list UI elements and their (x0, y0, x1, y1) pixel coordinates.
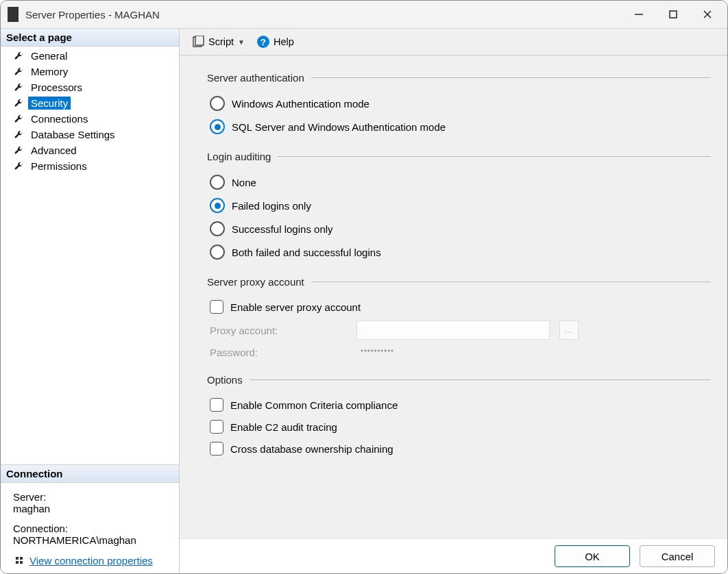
audit-option[interactable]: Successful logins only (207, 217, 711, 240)
audit-option[interactable]: Both failed and successful logins (207, 240, 711, 264)
section-login-auditing: Login auditing NoneFailed logins onlySuc… (207, 151, 711, 264)
wrench-icon (13, 66, 24, 77)
svg-rect-1 (670, 11, 677, 18)
maximize-button[interactable] (664, 5, 682, 23)
option-checkbox[interactable] (210, 398, 223, 412)
help-icon: ? (257, 36, 269, 48)
enable-proxy-label: Enable server proxy account (230, 301, 361, 313)
auth-option-label: SQL Server and Windows Authentication mo… (232, 121, 446, 133)
titlebar: Server Properties - MAGHAN (1, 1, 727, 29)
divider (311, 282, 711, 282)
audit-option-label: Both failed and successful logins (232, 247, 381, 258)
script-button[interactable]: Script ▼ (189, 34, 247, 49)
option-label: Enable Common Criteria compliance (230, 399, 398, 411)
sidebar-item-label: Security (28, 97, 71, 110)
main-panel: Script ▼ ? Help Server authentication Wi… (180, 29, 727, 573)
audit-option-label: None (232, 177, 256, 188)
audit-option[interactable]: None (207, 171, 711, 194)
connection-header: Connection (1, 464, 179, 483)
sidebar: Select a page GeneralMemoryProcessorsSec… (1, 29, 180, 573)
wrench-icon (13, 82, 24, 93)
wrench-icon (13, 129, 24, 140)
section-title: Server authentication (207, 72, 304, 84)
section-title: Options (207, 374, 243, 386)
audit-option-label: Successful logins only (232, 223, 333, 235)
sidebar-item-security[interactable]: Security (1, 95, 179, 111)
wrench-icon (13, 114, 24, 125)
wrench-icon (13, 51, 24, 62)
server-label: Server: (13, 491, 169, 503)
sidebar-item-memory[interactable]: Memory (1, 64, 179, 79)
audit-radio[interactable] (210, 175, 225, 190)
window-controls (630, 5, 720, 23)
script-icon (192, 36, 204, 48)
sidebar-list: GeneralMemoryProcessorsSecurityConnectio… (1, 47, 179, 464)
proxy-account-input (356, 321, 550, 340)
proxy-account-label: Proxy account: (210, 325, 347, 336)
wrench-icon (13, 161, 24, 172)
properties-icon (13, 554, 25, 566)
connection-label: Connection: (13, 523, 169, 534)
auth-radio[interactable] (210, 96, 225, 111)
sidebar-item-label: General (28, 49, 70, 62)
sidebar-item-label: Advanced (28, 144, 80, 157)
audit-radio[interactable] (210, 245, 225, 260)
auth-option[interactable]: SQL Server and Windows Authentication mo… (207, 115, 711, 138)
svg-rect-5 (195, 36, 204, 45)
cancel-button[interactable]: Cancel (640, 545, 715, 567)
section-title: Server proxy account (207, 276, 304, 288)
close-button[interactable] (699, 5, 716, 23)
option-checkbox[interactable] (210, 442, 223, 456)
divider (311, 77, 711, 78)
option-row[interactable]: Enable Common Criteria compliance (207, 394, 711, 416)
option-row[interactable]: Cross database ownership chaining (207, 438, 711, 460)
sidebar-item-label: Processors (28, 81, 85, 94)
toolbar: Script ▼ ? Help (180, 29, 727, 55)
connection-block: Server: maghan Connection: NORTHAMERICA\… (1, 483, 179, 573)
auth-radio[interactable] (210, 119, 225, 134)
proxy-password-label: Password: (210, 347, 347, 358)
sidebar-item-permissions[interactable]: Permissions (1, 158, 179, 174)
enable-proxy-checkbox[interactable] (210, 300, 223, 314)
script-label: Script (208, 36, 234, 47)
sidebar-item-label: Permissions (28, 160, 90, 173)
sidebar-item-processors[interactable]: Processors (1, 79, 179, 95)
enable-proxy-row[interactable]: Enable server proxy account (207, 296, 711, 318)
sidebar-item-connections[interactable]: Connections (1, 111, 179, 127)
view-connection-properties-link[interactable]: View connection properties (29, 555, 153, 566)
proxy-browse-button: ... (559, 321, 579, 340)
chevron-down-icon: ▼ (238, 38, 245, 46)
sidebar-item-label: Database Settings (28, 128, 118, 141)
audit-radio[interactable] (210, 198, 225, 213)
option-row[interactable]: Enable C2 audit tracing (207, 416, 711, 438)
divider (250, 379, 711, 380)
window-title: Server Properties - MAGHAN (25, 9, 630, 21)
sidebar-item-label: Memory (28, 65, 71, 78)
section-title: Login auditing (207, 151, 271, 162)
audit-option-label: Failed logins only (232, 200, 311, 212)
divider (278, 156, 711, 157)
sidebar-item-advanced[interactable]: Advanced (1, 142, 179, 158)
connection-value: NORTHAMERICA\maghan (13, 534, 136, 546)
sidebar-item-label: Connections (28, 112, 90, 125)
proxy-password-input: ********** (356, 345, 553, 359)
auth-option[interactable]: Windows Authentication mode (207, 92, 711, 115)
minimize-button[interactable] (630, 5, 648, 23)
auth-option-label: Windows Authentication mode (232, 98, 369, 110)
wrench-icon (13, 98, 24, 109)
ok-button[interactable]: OK (555, 545, 630, 567)
audit-radio[interactable] (210, 221, 225, 236)
audit-option[interactable]: Failed logins only (207, 194, 711, 217)
section-server-proxy-account: Server proxy account Enable server proxy… (207, 276, 711, 362)
option-checkbox[interactable] (210, 420, 223, 434)
option-label: Cross database ownership chaining (230, 443, 393, 455)
sidebar-item-database-settings[interactable]: Database Settings (1, 127, 179, 142)
help-button[interactable]: ? Help (254, 34, 297, 49)
server-properties-window: Server Properties - MAGHAN Select a page… (0, 0, 728, 574)
dialog-footer: OK Cancel (180, 538, 727, 573)
server-icon (8, 7, 19, 22)
option-label: Enable C2 audit tracing (230, 421, 337, 433)
section-server-authentication: Server authentication Windows Authentica… (207, 72, 711, 138)
sidebar-item-general[interactable]: General (1, 48, 179, 64)
content-area: Server authentication Windows Authentica… (180, 55, 727, 538)
